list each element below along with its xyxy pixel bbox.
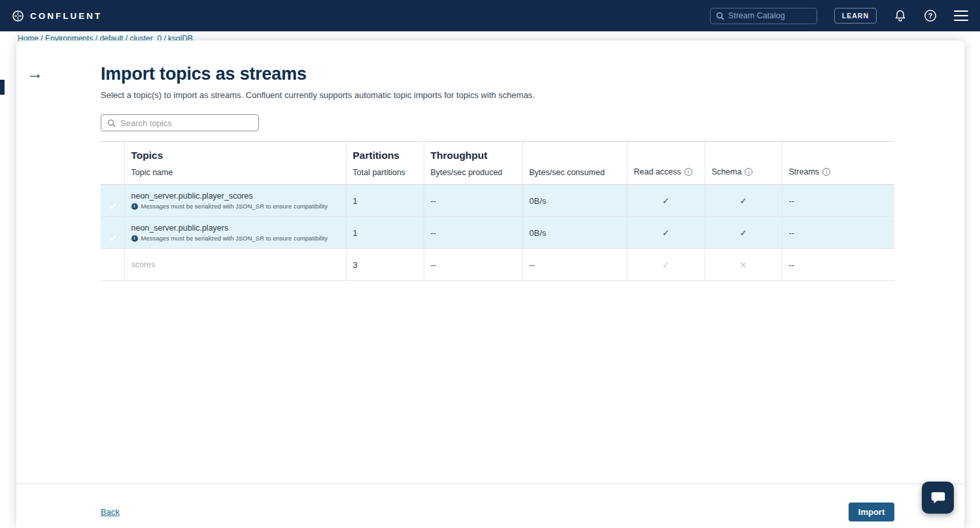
help-icon[interactable]: ? <box>924 9 937 22</box>
collapse-panel-arrow-icon[interactable]: → <box>23 61 47 86</box>
topic-note-text: Messages must be serialized with JSON_SR… <box>141 203 328 210</box>
sub-header-bytes-consumed: Bytes/sec consumed <box>530 168 620 177</box>
stream-catalog-search-input[interactable] <box>728 11 811 20</box>
background-panel-edge <box>0 80 5 95</box>
brand-text: CONFLUENT <box>30 11 102 21</box>
col-header-topics: Topics Topic name <box>124 142 346 185</box>
confluent-logo-icon <box>12 10 24 22</box>
group-header-partitions: Partitions <box>353 150 417 161</box>
chat-bubble-icon <box>930 489 947 506</box>
consumed-cell: 0B/s <box>522 185 627 217</box>
streams-cell: -- <box>782 185 894 217</box>
search-icon <box>716 12 724 20</box>
notifications-bell-icon[interactable] <box>894 9 907 23</box>
table-row: scores 3 -- -- ✓ ✕ -- <box>101 249 894 281</box>
consumed-cell: -- <box>522 249 627 281</box>
top-navigation-bar: CONFLUENT LEARN ? <box>0 0 980 31</box>
topic-name: scores <box>131 260 339 269</box>
table-row[interactable]: neon_server.public.player_scores i Messa… <box>101 185 894 217</box>
import-button[interactable]: Import <box>849 503 894 521</box>
topic-cell: neon_server.public.players i Messages mu… <box>124 217 346 249</box>
read-access-cell: ✓ <box>627 217 705 249</box>
sub-header-bytes-produced: Bytes/sec produced <box>431 168 516 177</box>
note-info-icon: i <box>131 235 138 242</box>
schema-cell: ✕ <box>705 249 782 281</box>
topic-name: neon_server.public.players <box>131 223 339 233</box>
hamburger-menu-icon[interactable] <box>954 10 968 21</box>
sub-header-streams: Streams <box>789 167 820 176</box>
produced-cell: -- <box>424 185 522 217</box>
row-select-cell <box>101 217 124 249</box>
read-access-cell: ✓ <box>627 249 705 281</box>
col-header-produced: Throughput Bytes/sec produced <box>424 142 522 185</box>
col-header-partitions: Partitions Total partitions <box>346 142 424 185</box>
col-header-schema: Schema i <box>705 142 782 185</box>
col-header-streams: Streams i <box>782 142 894 185</box>
streams-info-icon[interactable]: i <box>822 168 830 176</box>
col-header-consumed: Bytes/sec consumed <box>522 142 627 185</box>
group-header-topics: Topics <box>131 150 339 161</box>
streams-cell: -- <box>782 217 894 249</box>
topics-table: Topics Topic name Partitions Total parti… <box>101 141 894 281</box>
back-link[interactable]: Back <box>101 507 120 517</box>
schema-cell: ✓ <box>705 217 782 249</box>
group-header-throughput: Throughput <box>431 150 516 161</box>
partitions-cell: 1 <box>346 217 424 249</box>
learn-button[interactable]: LEARN <box>834 8 877 24</box>
row-select-cell <box>101 185 124 217</box>
sub-header-read-access: Read access <box>634 167 681 176</box>
select-all-cell <box>101 142 124 185</box>
page-title: Import topics as streams <box>101 64 894 84</box>
col-header-read-access: Read access i <box>627 142 705 185</box>
note-info-icon: i <box>131 203 138 210</box>
sub-header-topic-name: Topic name <box>131 168 339 177</box>
import-topics-drawer: → Import topics as streams Select a topi… <box>16 41 964 528</box>
stream-catalog-search[interactable] <box>710 8 817 24</box>
drawer-footer: Back Import <box>16 484 964 528</box>
confluent-brand[interactable]: CONFLUENT <box>12 10 102 22</box>
schema-info-icon[interactable]: i <box>745 168 752 176</box>
produced-cell: -- <box>424 217 522 249</box>
svg-text:?: ? <box>928 12 932 20</box>
topic-cell: neon_server.public.player_scores i Messa… <box>124 185 346 217</box>
topic-cell: scores <box>124 249 346 281</box>
topic-name: neon_server.public.player_scores <box>131 191 339 201</box>
chat-widget-button[interactable] <box>922 482 954 514</box>
search-topics-input[interactable] <box>120 118 252 128</box>
row-select-cell <box>101 249 124 281</box>
search-icon <box>107 119 116 127</box>
schema-cell: ✓ <box>705 185 782 217</box>
table-row[interactable]: neon_server.public.players i Messages mu… <box>101 217 894 249</box>
produced-cell: -- <box>424 249 522 281</box>
streams-cell: -- <box>782 249 894 281</box>
consumed-cell: 0B/s <box>522 217 627 249</box>
table-header-row: Topics Topic name Partitions Total parti… <box>101 142 894 185</box>
partitions-cell: 1 <box>346 185 424 217</box>
topic-note-text: Messages must be serialized with JSON_SR… <box>141 235 328 242</box>
search-topics-field[interactable] <box>101 114 259 131</box>
read-access-info-icon[interactable]: i <box>684 168 692 176</box>
page-subtitle: Select a topic(s) to import as streams. … <box>101 90 894 100</box>
sub-header-schema: Schema <box>712 167 742 176</box>
read-access-cell: ✓ <box>627 185 705 217</box>
sub-header-total-partitions: Total partitions <box>353 168 417 177</box>
partitions-cell: 3 <box>346 249 424 281</box>
